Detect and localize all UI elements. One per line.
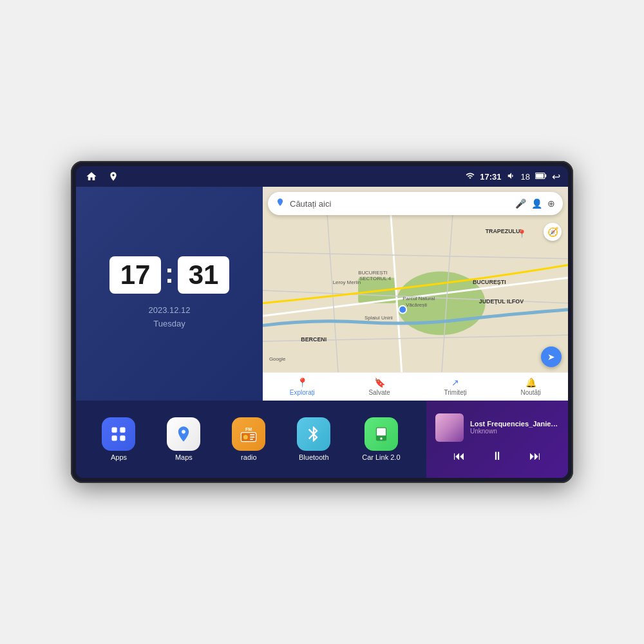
explore-icon: 📍 — [297, 377, 308, 388]
svg-text:Parcul Natural: Parcul Natural — [402, 296, 435, 301]
svg-text:📍: 📍 — [517, 229, 527, 238]
apps-icon — [102, 417, 135, 451]
music-title: Lost Frequencies_Janieck Devy-... — [470, 420, 559, 428]
navigate-button[interactable]: ➤ — [541, 346, 562, 367]
music-artist: Unknown — [470, 428, 559, 435]
screen: 17:31 18 ↩ — [76, 166, 568, 478]
app-item-maps[interactable]: Maps — [167, 417, 200, 461]
apps-area: Apps Maps — [76, 401, 426, 478]
map-saved-tab[interactable]: 🔖 Salvate — [368, 377, 390, 396]
bottom-section: Apps Maps — [76, 401, 568, 478]
battery-icon — [535, 171, 547, 182]
svg-rect-38 — [377, 428, 386, 436]
back-button[interactable]: ↩ — [552, 171, 560, 183]
radio-icon: FM — [232, 417, 265, 451]
user-icon[interactable]: 👤 — [531, 198, 542, 209]
next-button[interactable]: ⏭ — [524, 447, 546, 466]
app-item-bluetooth[interactable]: Bluetooth — [297, 417, 330, 461]
svg-text:JUDEȚUL ILFOV: JUDEȚUL ILFOV — [479, 298, 524, 305]
carlink-icon — [365, 417, 398, 451]
svg-point-39 — [380, 437, 383, 440]
explore-label: Explorați — [290, 389, 315, 396]
svg-rect-2 — [545, 174, 546, 177]
music-player: Lost Frequencies_Janieck Devy-... Unknow… — [426, 401, 568, 478]
main-area: 17 : 31 2023.12.12 Tuesday — [76, 187, 568, 478]
news-icon: 🔔 — [526, 377, 536, 388]
music-info: Lost Frequencies_Janieck Devy-... Unknow… — [470, 420, 559, 435]
svg-point-32 — [243, 435, 248, 439]
app-item-apps[interactable]: Apps — [102, 417, 135, 461]
map-search-bar[interactable]: Căutați aici 🎤 👤 ⊕ — [268, 192, 563, 215]
clock-colon: : — [165, 258, 174, 289]
svg-text:FM: FM — [245, 427, 252, 431]
share-icon: ↗ — [451, 377, 459, 388]
clock-date: 2023.12.12 Tuesday — [148, 304, 190, 331]
home-button[interactable] — [84, 169, 99, 184]
news-label: Noutăți — [520, 389, 541, 396]
radio-label: radio — [241, 453, 256, 461]
svg-text:Văcărești: Văcărești — [406, 302, 427, 308]
saved-icon: 🔖 — [374, 377, 385, 388]
maps-status-icon[interactable] — [106, 169, 121, 184]
map-bottom-bar: 📍 Explorați 🔖 Salvate ↗ Trimiteți 🔔 — [263, 372, 568, 401]
svg-text:Google: Google — [269, 356, 286, 362]
svg-rect-28 — [112, 435, 117, 440]
clock-widget: 17 : 31 2023.12.12 Tuesday — [76, 187, 263, 401]
music-top: Lost Frequencies_Janieck Devy-... Unknow… — [435, 413, 559, 442]
svg-text:BUCUREȘTI: BUCUREȘTI — [358, 270, 388, 276]
clock-minutes: 31 — [178, 256, 229, 294]
music-thumb-image — [435, 413, 464, 442]
volume-icon — [507, 171, 516, 182]
svg-point-25 — [399, 306, 406, 314]
svg-text:BERCENI: BERCENI — [301, 336, 327, 343]
prev-button[interactable]: ⏮ — [448, 447, 470, 466]
status-right: 17:31 18 ↩ — [466, 171, 560, 183]
bluetooth-label: Bluetooth — [299, 453, 328, 461]
map-search-text: Căutați aici — [290, 199, 510, 209]
music-controls: ⏮ ⏸ ⏭ — [435, 447, 559, 466]
saved-label: Salvate — [368, 389, 390, 396]
svg-text:TRAPEZULUI: TRAPEZULUI — [486, 228, 522, 234]
map-area[interactable]: TRAPEZULUI BUCUREȘTI JUDEȚUL ILFOV BERCE… — [263, 187, 568, 401]
layers-icon[interactable]: ⊕ — [547, 198, 555, 209]
svg-text:BUCUREȘTI: BUCUREȘTI — [473, 279, 506, 285]
signal-icon — [466, 171, 475, 182]
app-item-carlink[interactable]: Car Link 2.0 — [362, 417, 400, 461]
svg-rect-26 — [112, 428, 117, 433]
apps-label: Apps — [111, 453, 127, 461]
svg-text:Splaiul Unirii: Splaiul Unirii — [365, 315, 393, 321]
music-thumbnail — [435, 413, 464, 442]
svg-text:Leroy Merlin: Leroy Merlin — [333, 279, 361, 285]
app-item-radio[interactable]: FM radio — [232, 417, 265, 461]
map-share-tab[interactable]: ↗ Trimiteți — [444, 377, 467, 396]
status-left — [84, 169, 121, 184]
mic-icon[interactable]: 🎤 — [515, 198, 526, 209]
map-news-tab[interactable]: 🔔 Noutăți — [520, 377, 541, 396]
svg-rect-1 — [536, 173, 544, 178]
maps-label: Maps — [175, 453, 193, 461]
status-bar: 17:31 18 ↩ — [76, 166, 568, 187]
status-time: 17:31 — [480, 172, 501, 182]
play-pause-button[interactable]: ⏸ — [486, 447, 508, 466]
volume-level: 18 — [521, 172, 530, 182]
svg-rect-29 — [120, 435, 126, 440]
svg-text:SECTORUL 4: SECTORUL 4 — [359, 276, 392, 281]
carlink-label: Car Link 2.0 — [362, 453, 400, 461]
bluetooth-icon — [297, 417, 330, 451]
svg-rect-27 — [120, 428, 126, 433]
compass-button[interactable]: 🧭 — [544, 223, 562, 241]
map-search-actions: 🎤 👤 ⊕ — [515, 198, 555, 209]
clock-display: 17 : 31 — [109, 256, 229, 294]
map-explore-tab[interactable]: 📍 Explorați — [290, 377, 315, 396]
top-section: 17 : 31 2023.12.12 Tuesday — [76, 187, 568, 401]
device-frame: 17:31 18 ↩ — [71, 161, 573, 483]
share-label: Trimiteți — [444, 389, 467, 396]
map-pin-icon — [276, 198, 285, 209]
maps-icon — [167, 417, 200, 451]
clock-hours: 17 — [109, 256, 161, 294]
